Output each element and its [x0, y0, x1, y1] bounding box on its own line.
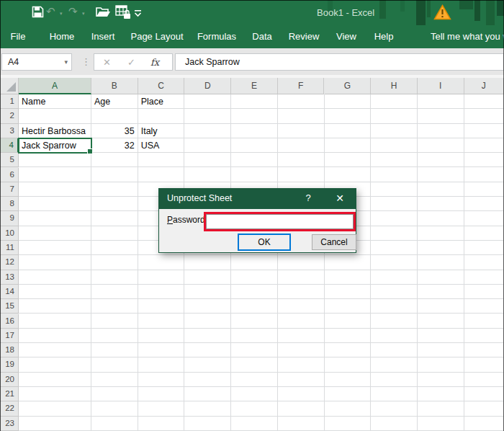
gridline — [324, 94, 325, 431]
sheet-grid[interactable]: 1234567891011121314151617181920212223 Na… — [0, 94, 504, 431]
insert-function-icon[interactable]: fx — [150, 57, 159, 68]
cancel-button[interactable]: Cancel — [312, 234, 356, 250]
save-button[interactable] — [32, 6, 44, 20]
row-header-23[interactable]: 23 — [0, 417, 19, 431]
formula-input[interactable]: Jack Sparrow — [175, 53, 504, 71]
tab-page-layout[interactable]: Page Layout — [130, 25, 183, 48]
row-header-22[interactable]: 22 — [0, 401, 19, 416]
formula-buttons: ✕ ✓ fx — [94, 53, 173, 71]
cancel-icon[interactable]: ✕ — [103, 57, 111, 68]
row-header-1[interactable]: 1 — [0, 94, 19, 109]
row-header-21[interactable]: 21 — [0, 387, 19, 401]
row-header-19[interactable]: 19 — [0, 357, 19, 372]
cell-C4[interactable]: USA — [138, 138, 184, 153]
column-header-E[interactable]: E — [231, 78, 278, 94]
row-header-5[interactable]: 5 — [0, 153, 19, 167]
tab-data[interactable]: Data — [252, 25, 271, 48]
titlebar-decoration — [474, 0, 480, 21]
row-header-18[interactable]: 18 — [0, 343, 19, 357]
column-header-A[interactable]: A — [19, 78, 91, 94]
row-header-3[interactable]: 3 — [0, 124, 19, 138]
cell-A3[interactable]: Hectir Barbossa — [19, 124, 91, 138]
dialog-close-icon[interactable]: ✕ — [330, 188, 350, 209]
row-header-6[interactable]: 6 — [0, 168, 19, 182]
dialog-title-bar[interactable]: Unprotect Sheet ? ✕ — [158, 188, 356, 209]
gridline — [277, 94, 278, 431]
fill-handle[interactable] — [87, 148, 93, 154]
gridline — [230, 94, 231, 431]
tab-review[interactable]: Review — [289, 25, 320, 48]
gridline — [417, 94, 418, 431]
tell-me-search[interactable]: Tell me what you w — [431, 25, 504, 48]
undo-dropdown-icon[interactable]: ▾ — [60, 11, 63, 17]
row-header-7[interactable]: 7 — [0, 182, 19, 197]
column-header-H[interactable]: H — [371, 78, 418, 94]
row-header-9[interactable]: 9 — [0, 211, 19, 226]
row-header-16[interactable]: 16 — [0, 314, 19, 329]
formula-bar-separator: ⋮ — [81, 56, 91, 67]
cell-B1[interactable]: Age — [91, 94, 138, 109]
undo-button[interactable]: ↶ — [46, 6, 55, 17]
qat-customize-button[interactable] — [134, 8, 142, 19]
row-header-13[interactable]: 13 — [0, 270, 19, 285]
cell-C1[interactable]: Place — [138, 94, 184, 109]
tab-file[interactable]: File — [11, 25, 26, 48]
titlebar-decoration — [427, 0, 431, 17]
ok-button[interactable]: OK — [238, 234, 291, 251]
title-bar: ↶ ▾ ↷ ▾ Book1 - Excel — [0, 0, 504, 25]
name-box-dropdown-icon[interactable]: ▾ — [64, 58, 68, 66]
column-header-B[interactable]: B — [91, 78, 138, 94]
name-box-value: A4 — [8, 57, 19, 67]
name-box[interactable]: A4 ▾ — [1, 53, 72, 71]
titlebar-decoration — [416, 0, 426, 25]
warning-indicator[interactable] — [433, 4, 451, 22]
row-header-14[interactable]: 14 — [0, 285, 19, 299]
row-header-8[interactable]: 8 — [0, 197, 19, 211]
tab-insert[interactable]: Insert — [91, 25, 115, 48]
cell-B4[interactable]: 32 — [91, 138, 138, 153]
dialog-title: Unprotect Sheet — [167, 188, 232, 209]
redo-button[interactable]: ↷ — [68, 6, 78, 17]
cell-C3[interactable]: Italy — [138, 124, 184, 138]
row-header-10[interactable]: 10 — [0, 226, 19, 241]
formula-bar-row: A4 ▾ ⋮ ✕ ✓ fx Jack Sparrow — [0, 48, 504, 75]
cell-A1[interactable]: Name — [19, 94, 91, 109]
open-folder-icon — [96, 6, 111, 18]
row-header-17[interactable]: 17 — [0, 329, 19, 343]
tab-help[interactable]: Help — [374, 25, 394, 48]
warning-icon — [433, 4, 451, 20]
column-header-J[interactable]: J — [464, 78, 504, 94]
select-all-button[interactable] — [0, 78, 19, 94]
window-title: Book1 - Excel — [317, 7, 374, 18]
column-header-D[interactable]: D — [184, 78, 231, 94]
unprotect-sheet-dialog: Unprotect Sheet ? ✕ Password: OK Cancel — [158, 188, 356, 253]
tab-formulas[interactable]: Formulas — [197, 25, 236, 48]
column-header-C[interactable]: C — [138, 78, 185, 94]
row-header-12[interactable]: 12 — [0, 255, 19, 270]
row-header-11[interactable]: 11 — [0, 241, 19, 255]
redo-dropdown-icon[interactable]: ▾ — [82, 11, 85, 17]
tab-home[interactable]: Home — [50, 25, 75, 48]
dialog-help-button[interactable]: ? — [298, 188, 318, 209]
row-header-2[interactable]: 2 — [0, 109, 19, 123]
titlebar-decoration — [459, 0, 473, 9]
cell-B3[interactable]: 35 — [91, 124, 138, 138]
protect-sheet-button[interactable] — [115, 5, 132, 22]
password-input[interactable] — [206, 214, 354, 229]
row-header-4[interactable]: 4 — [0, 138, 19, 153]
open-file-button[interactable] — [96, 6, 111, 20]
tab-view[interactable]: View — [336, 25, 356, 48]
titlebar-decoration — [486, 0, 495, 25]
titlebar-decoration — [379, 0, 386, 19]
row-header-15[interactable]: 15 — [0, 299, 19, 314]
gridline — [370, 94, 371, 431]
gridline — [464, 94, 464, 431]
column-header-G[interactable]: G — [325, 78, 372, 94]
enter-icon[interactable]: ✓ — [127, 57, 135, 68]
row-header-20[interactable]: 20 — [0, 373, 19, 387]
ribbon-tab-bar: FileHomeInsertPage LayoutFormulasDataRev… — [0, 25, 504, 48]
column-header-I[interactable]: I — [418, 78, 464, 94]
formula-value: Jack Sparrow — [185, 57, 240, 67]
qat-customize-icon — [134, 9, 142, 17]
column-header-F[interactable]: F — [278, 78, 325, 94]
